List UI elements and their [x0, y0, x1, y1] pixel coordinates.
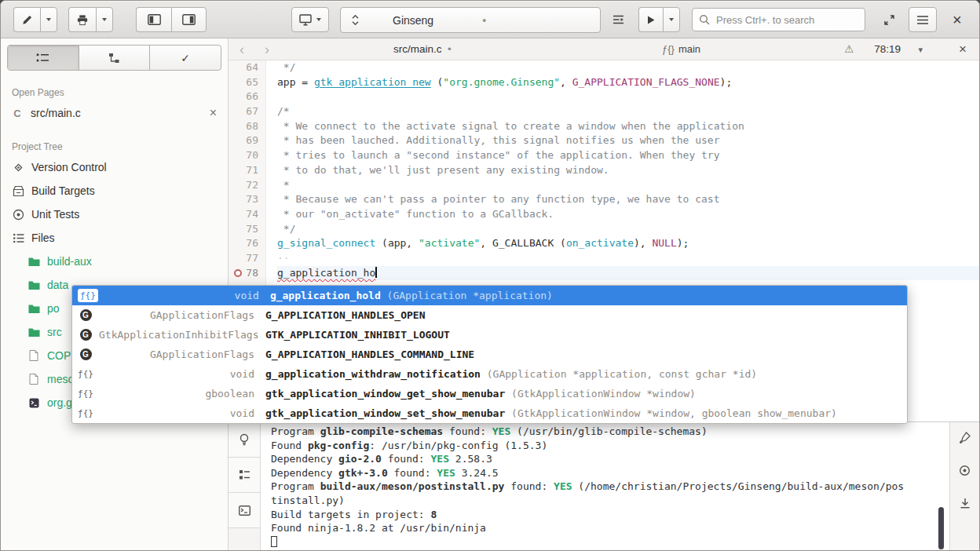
line-number[interactable]: 78: [229, 266, 265, 281]
run-options-button[interactable]: [663, 7, 680, 32]
open-page-row[interactable]: C src/main.c ×: [1, 101, 228, 125]
tree-item-build-aux[interactable]: build-aux: [1, 250, 228, 273]
document-title[interactable]: src/main.c •: [393, 38, 452, 60]
search-input[interactable]: [716, 14, 858, 26]
fullscreen-button[interactable]: [879, 7, 900, 32]
clean-button[interactable]: [960, 432, 971, 446]
panel-toggles: [136, 7, 207, 32]
tree-item-version-control[interactable]: Version Control: [1, 155, 228, 179]
printer-icon: [76, 14, 89, 26]
editor-tabbar: ‹ › src/main.c • ƒ{}main ⚠ 78:19 ▾ ×: [229, 38, 979, 60]
modified-dot: •: [448, 43, 452, 55]
window-close-button[interactable]: ×: [948, 7, 967, 32]
completion-return-type: GApplicationFlags: [99, 348, 265, 360]
device-selector-button[interactable]: [291, 7, 329, 32]
files-icon: [12, 232, 24, 244]
enum-icon: G: [78, 329, 93, 341]
code-line: * to do that, we'll just present any exi…: [277, 163, 979, 178]
messages-panel-button[interactable]: [229, 422, 260, 458]
history-back-icon[interactable]: ‹: [240, 38, 244, 60]
completion-row[interactable]: GGtkApplicationInhibitFlagsGTK_APPLICATI…: [72, 325, 907, 345]
toggle-left-panel-button[interactable]: [136, 7, 171, 32]
toggle-right-panel-button[interactable]: [171, 7, 207, 32]
line-number[interactable]: 67: [229, 104, 265, 119]
close-document-icon[interactable]: ×: [959, 38, 967, 60]
warning-icon[interactable]: ⚠: [844, 38, 854, 60]
run-split: [638, 7, 680, 32]
run-button[interactable]: [638, 7, 663, 32]
build-output-line: tinstall.py): [271, 494, 942, 508]
tree-item-label: Files: [31, 232, 55, 244]
chevron-down-icon: [316, 18, 321, 21]
completion-row[interactable]: GGApplicationFlagsG_APPLICATION_HANDLES_…: [72, 305, 907, 325]
tree-item-build-targets[interactable]: Build Targets: [1, 179, 228, 203]
menu-button[interactable]: [909, 7, 937, 32]
monitor-icon: [299, 14, 312, 26]
output-scrollbar[interactable]: [938, 507, 944, 549]
completion-row[interactable]: ƒ{}gbooleangtk_application_window_get_sh…: [72, 384, 907, 403]
code-line: */: [277, 60, 979, 75]
tree-item-files[interactable]: Files: [1, 226, 228, 250]
line-number[interactable]: 70: [229, 148, 265, 163]
code-line: app = gtk_application_new ("org.gnome.Gi…: [277, 75, 979, 90]
current-symbol[interactable]: ƒ{}main: [662, 38, 700, 60]
line-number[interactable]: 64: [229, 60, 265, 75]
tree-item-label: Build Targets: [31, 184, 95, 197]
debug-target-button[interactable]: [959, 465, 971, 479]
completion-row[interactable]: ƒ{}voidg_application_withdraw_notificati…: [72, 364, 907, 384]
line-number[interactable]: 74: [229, 207, 265, 222]
sidebar-view-switcher: ✓: [7, 45, 221, 71]
folder-icon: [27, 280, 40, 290]
terminal-panel-button[interactable]: [229, 493, 260, 528]
line-number[interactable]: 65: [229, 75, 265, 90]
completion-row[interactable]: ƒ{}voidgtk_application_window_set_show_m…: [72, 403, 907, 423]
history-forward-icon[interactable]: ›: [265, 38, 269, 60]
edit-dropdown-button[interactable]: [40, 7, 57, 32]
open-pages-heading: Open Pages: [12, 87, 228, 98]
print-dropdown-button[interactable]: [96, 7, 113, 32]
chevron-down-icon: [102, 18, 107, 21]
code-line: /*: [277, 104, 979, 119]
line-number[interactable]: 73: [229, 192, 265, 207]
error-diagnostic-icon: [234, 269, 242, 277]
completion-row[interactable]: GGApplicationFlagsG_APPLICATION_HANDLES_…: [72, 345, 907, 364]
build-output-line: Found pkg-config: /usr/bin/pkg-config (1…: [271, 439, 942, 453]
completion-return-type: void: [99, 368, 265, 380]
build-output[interactable]: Program glib-compile-schemas found: YES …: [261, 425, 942, 550]
unit-tests-icon: [12, 209, 24, 221]
completion-symbol-name: g_application_withdraw_notification: [265, 368, 481, 380]
sidebar-tab-project-tree[interactable]: [79, 46, 151, 70]
line-number[interactable]: 71: [229, 163, 265, 178]
sidebar-tab-open-pages[interactable]: [8, 46, 79, 70]
play-icon: [646, 15, 656, 25]
edit-button[interactable]: [13, 7, 40, 32]
completion-row[interactable]: ƒ{}voidg_application_hold (GApplication …: [72, 286, 907, 305]
omnibar-project-button[interactable]: Ginseng •: [340, 7, 601, 33]
build-pipeline-icon: [612, 14, 625, 25]
build-log-panel-button[interactable]: [229, 458, 260, 493]
line-number[interactable]: 72: [229, 178, 265, 193]
close-page-icon[interactable]: ×: [210, 106, 217, 120]
chevron-down-icon[interactable]: ▾: [918, 38, 923, 60]
code-line: [277, 89, 979, 104]
build-log-icon: [239, 469, 250, 480]
pencil-icon: [21, 14, 33, 26]
sidebar-tab-todo[interactable]: ✓: [150, 46, 221, 70]
print-button[interactable]: [68, 7, 96, 32]
c-language-icon: C: [12, 108, 23, 119]
build-targets-icon: [12, 185, 24, 197]
line-number[interactable]: 76: [229, 236, 265, 251]
line-number[interactable]: 69: [229, 133, 265, 148]
terminal-cursor: [271, 536, 277, 547]
build-pipeline-button[interactable]: [607, 7, 630, 32]
headerbar: Ginseng • ×: [1, 1, 979, 38]
code-line: * Because we can't pass a pointer to any…: [277, 192, 979, 207]
panel-left-icon: [148, 14, 161, 25]
line-number[interactable]: 66: [229, 89, 265, 104]
tree-item-unit-tests[interactable]: Unit Tests: [1, 203, 228, 226]
downloads-button[interactable]: [960, 498, 971, 512]
line-number[interactable]: 75: [229, 222, 265, 237]
line-number[interactable]: 77: [229, 251, 265, 266]
fullscreen-icon: [883, 14, 895, 26]
line-number[interactable]: 68: [229, 119, 265, 134]
